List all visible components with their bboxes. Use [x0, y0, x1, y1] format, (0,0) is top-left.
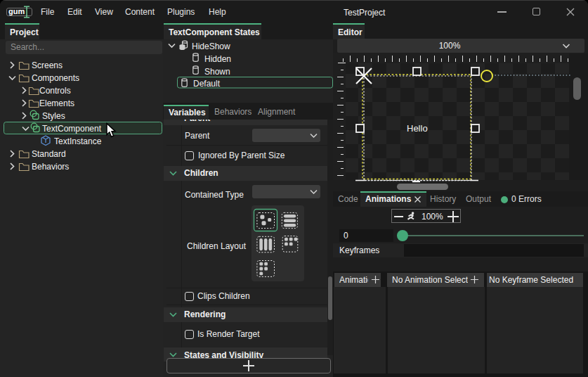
svg-text:Default: Default [193, 79, 221, 89]
svg-text:Behaviors: Behaviors [32, 162, 69, 172]
svg-text:Controls: Controls [39, 86, 71, 96]
svg-text:Components: Components [32, 73, 79, 83]
svg-text:HideShow: HideShow [192, 41, 230, 51]
svg-text:Styles: Styles [42, 111, 65, 121]
svg-text:Screens: Screens [32, 60, 63, 70]
svg-text:TextComponent: TextComponent [42, 124, 102, 134]
svg-text:Standard: Standard [32, 149, 66, 159]
svg-text:Shown: Shown [204, 67, 230, 77]
svg-text:Elements: Elements [39, 98, 74, 108]
svg-text:Hidden: Hidden [204, 54, 231, 64]
svg-text:TextInstance: TextInstance [54, 136, 102, 146]
